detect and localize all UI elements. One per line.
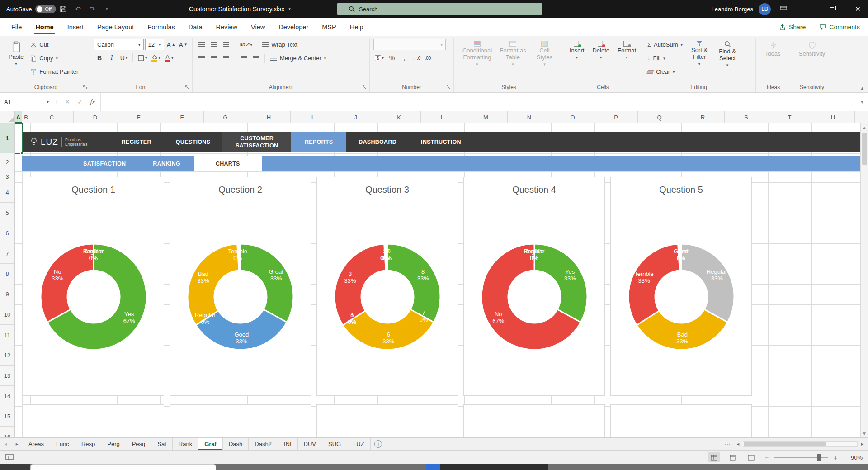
comments-button[interactable]: Comments bbox=[819, 24, 860, 31]
horizontal-scrollbar[interactable]: ◂ ▸ bbox=[732, 438, 868, 450]
search-bar[interactable]: Search bbox=[337, 3, 542, 15]
ideas-button[interactable]: Ideas bbox=[763, 39, 784, 57]
nav-item-questions[interactable]: QUESTIONS bbox=[164, 132, 222, 152]
undo-button[interactable]: ↶ bbox=[71, 0, 85, 18]
cancel-formula-button[interactable]: ✕ bbox=[61, 93, 73, 111]
column-header-d[interactable]: D bbox=[74, 111, 117, 123]
share-button[interactable]: Share bbox=[779, 24, 806, 31]
insert-function-button[interactable]: fx bbox=[87, 93, 99, 111]
row-header-6[interactable]: 6 bbox=[0, 223, 14, 243]
row-header-7[interactable]: 7 bbox=[0, 243, 14, 264]
find-select-button[interactable]: Find & Select ▾ bbox=[714, 39, 741, 67]
align-left-button[interactable] bbox=[196, 53, 207, 64]
clear-button[interactable]: Clear▾ bbox=[646, 66, 684, 77]
select-all-corner[interactable] bbox=[0, 111, 15, 123]
column-header-r[interactable]: R bbox=[681, 111, 725, 123]
nav-item-reports[interactable]: REPORTS bbox=[291, 132, 346, 152]
paste-button[interactable]: Paste ▾ bbox=[5, 39, 27, 66]
number-dialog-launcher[interactable] bbox=[445, 84, 452, 90]
subnav-item-ranking[interactable]: RANKING bbox=[139, 156, 193, 171]
number-format-select[interactable]: ▾ bbox=[373, 39, 446, 50]
column-header-u[interactable]: U bbox=[811, 111, 855, 123]
row-header-4[interactable]: 4 bbox=[0, 182, 14, 203]
sheet-tab-dash[interactable]: Dash bbox=[223, 438, 249, 450]
accounting-format-button[interactable]: $▾ bbox=[373, 52, 385, 63]
align-center-button[interactable] bbox=[208, 53, 219, 64]
menu-tab-help[interactable]: Help bbox=[343, 18, 370, 36]
redo-button[interactable]: ↷ bbox=[85, 0, 99, 18]
column-header-o[interactable]: O bbox=[551, 111, 594, 123]
column-header-p[interactable]: P bbox=[594, 111, 638, 123]
menu-tab-page-layout[interactable]: Page Layout bbox=[90, 18, 141, 36]
column-header-j[interactable]: J bbox=[334, 111, 377, 123]
column-header-v[interactable]: V bbox=[855, 111, 868, 123]
cell-styles-button[interactable]: Cell Styles ▾ bbox=[531, 39, 559, 66]
name-box[interactable]: A1 ▾ bbox=[0, 93, 53, 111]
nav-item-register[interactable]: REGISTER bbox=[109, 132, 164, 152]
insert-cells-button[interactable]: Insert ▾ bbox=[566, 39, 588, 60]
sheet-tab-sat[interactable]: Sat bbox=[151, 438, 173, 450]
row-header-14[interactable]: 14 bbox=[0, 386, 14, 406]
fill-color-button[interactable]: ▾ bbox=[150, 52, 162, 63]
zoom-in-button[interactable]: + bbox=[832, 454, 839, 461]
column-header-f[interactable]: F bbox=[160, 111, 204, 123]
bold-button[interactable]: B bbox=[94, 52, 105, 63]
column-header-s[interactable]: S bbox=[725, 111, 768, 123]
menu-tab-data[interactable]: Data bbox=[182, 18, 209, 36]
formula-bar-handle[interactable]: ⋮ bbox=[53, 93, 60, 111]
sheet-tab-pesq[interactable]: Pesq bbox=[126, 438, 152, 450]
document-title[interactable]: Customer Satisfaction Survey.xlsx ▾ bbox=[189, 0, 291, 18]
comma-style-button[interactable]: , bbox=[399, 52, 410, 63]
scroll-left-icon[interactable]: ◂ bbox=[733, 441, 743, 447]
ribbon-display-options-button[interactable] bbox=[776, 0, 791, 18]
autosave-switch[interactable]: Off bbox=[35, 5, 56, 13]
bottom-align-button[interactable] bbox=[221, 39, 231, 50]
column-header-q[interactable]: Q bbox=[638, 111, 681, 123]
decrease-font-size-button[interactable]: A▼ bbox=[178, 39, 189, 50]
row-header-3[interactable]: 3 bbox=[0, 171, 14, 182]
row-header-1[interactable]: 1 bbox=[0, 123, 14, 153]
zoom-slider-thumb[interactable] bbox=[817, 454, 821, 461]
menu-tab-msp[interactable]: MSP bbox=[315, 18, 343, 36]
donut-slice-great[interactable] bbox=[241, 244, 293, 322]
conditional-formatting-button[interactable]: Conditional Formatting ▾ bbox=[459, 39, 495, 66]
row-header-9[interactable]: 9 bbox=[0, 284, 14, 304]
zoom-level[interactable]: 90% bbox=[845, 454, 863, 461]
wrap-text-button[interactable]: Wrap Text bbox=[260, 39, 299, 50]
subnav-item-charts[interactable]: CHARTS bbox=[194, 156, 262, 171]
row-header-13[interactable]: 13 bbox=[0, 366, 14, 386]
font-dialog-launcher[interactable] bbox=[184, 84, 190, 90]
column-header-n[interactable]: N bbox=[508, 111, 551, 123]
decrease-decimal-button[interactable]: .00→ bbox=[423, 52, 437, 63]
column-header-a[interactable]: A bbox=[15, 111, 22, 123]
column-header-t[interactable]: T bbox=[768, 111, 811, 123]
row-header-8[interactable]: 8 bbox=[0, 264, 14, 284]
menu-tab-formulas[interactable]: Formulas bbox=[141, 18, 181, 36]
sheet-tab-perg[interactable]: Perg bbox=[101, 438, 126, 450]
sheet-nav-right-icon[interactable]: ▸ bbox=[11, 438, 23, 450]
sheet-tab-resp[interactable]: Resp bbox=[75, 438, 101, 450]
row-header-12[interactable]: 12 bbox=[0, 345, 14, 366]
delete-cells-button[interactable]: Delete ▾ bbox=[589, 39, 613, 60]
vertical-scroll-thumb[interactable] bbox=[862, 133, 867, 165]
row-header-10[interactable]: 10 bbox=[0, 304, 14, 325]
donut-slice-8[interactable] bbox=[387, 244, 440, 322]
menu-tab-home[interactable]: Home bbox=[28, 18, 60, 36]
sheet-tab-func[interactable]: Func bbox=[50, 438, 75, 450]
save-button[interactable] bbox=[56, 0, 71, 18]
scroll-up-icon[interactable]: ▲ bbox=[861, 123, 868, 132]
horizontal-scroll-thumb[interactable] bbox=[744, 442, 826, 446]
alignment-dialog-launcher[interactable] bbox=[361, 84, 368, 90]
italic-button[interactable]: I bbox=[106, 52, 117, 63]
autosave-toggle[interactable]: AutoSave Off bbox=[6, 5, 56, 13]
nav-item-customer-satisfaction[interactable]: CUSTOMERSATISFACTION bbox=[222, 132, 291, 152]
restore-button[interactable] bbox=[822, 0, 842, 18]
sheet-tab-areas[interactable]: Areas bbox=[23, 438, 50, 450]
accessibility-status-icon[interactable] bbox=[5, 454, 14, 461]
quick-access-menu-button[interactable]: ▾ bbox=[99, 0, 114, 18]
font-color-button[interactable]: A ▾ bbox=[163, 52, 175, 63]
grid-area[interactable]: 12345678910111213141516 LUZ Planilhas Em… bbox=[0, 123, 868, 437]
column-header-c[interactable]: C bbox=[30, 111, 74, 123]
column-header-l[interactable]: L bbox=[421, 111, 464, 123]
new-sheet-button[interactable]: + bbox=[371, 438, 386, 450]
